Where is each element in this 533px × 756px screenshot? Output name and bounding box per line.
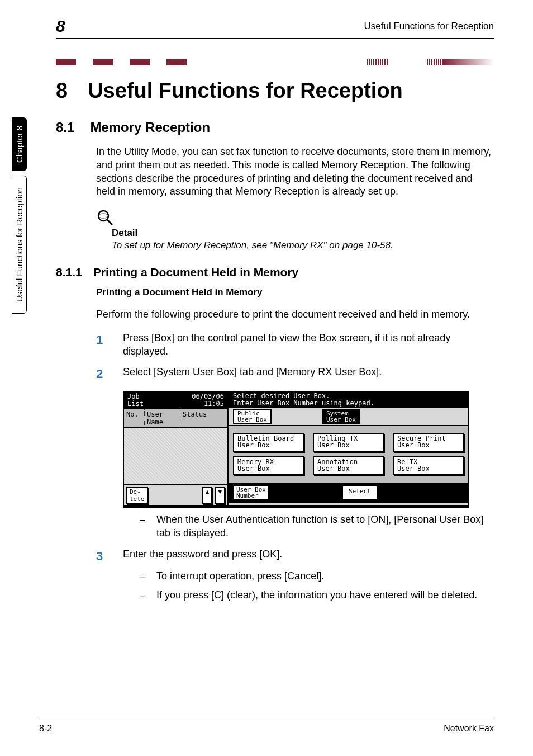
box-polling-tx[interactable]: Polling TX User Box [313, 433, 384, 452]
box-re-tx[interactable]: Re-TX User Box [393, 456, 464, 475]
chapter-title-number: 8 [56, 79, 68, 103]
intro-paragraph: In the Utility Mode, you can set fax fun… [96, 145, 494, 199]
section-number: 8.1 [56, 120, 74, 135]
bullet-dash: – [140, 570, 146, 583]
detail-note: Detail To set up for Memory Reception, s… [96, 209, 494, 251]
header-chapter-number: 8 [56, 17, 65, 36]
scroll-down-button[interactable]: ▼ [215, 487, 225, 504]
footer-doc-title: Network Fax [444, 724, 494, 734]
procedure-title: Printing a Document Held in Memory [96, 287, 494, 298]
datetime-label: 06/03/06 11:05 [192, 393, 224, 407]
subsection-text: Printing a Document Held in Memory [93, 266, 299, 279]
step-2: 2 Select [System User Box] tab and [Memo… [96, 366, 494, 382]
user-box-number-button[interactable]: User Box Number [233, 485, 269, 500]
job-list-label: Job List [127, 393, 144, 407]
section-title: 8.1 Memory Reception [56, 120, 494, 135]
step-2-sub-a: – When the User Authentication function … [140, 513, 494, 540]
step-2-text: Select [System User Box] tab and [Memory… [123, 366, 382, 382]
step-3-sub-a-text: To interrupt operation, press [Cancel]. [156, 570, 324, 583]
procedure-intro: Perform the following procedure to print… [96, 308, 494, 322]
box-memory-rx[interactable]: Memory RX User Box [233, 456, 304, 475]
page-header: 8 Useful Functions for Reception [56, 17, 494, 39]
tab-public-user-box[interactable]: Public User Box [233, 409, 272, 424]
select-button[interactable]: Select [342, 485, 378, 500]
decorative-stripes [56, 59, 494, 65]
bullet-dash: – [140, 513, 146, 540]
step-1: 1 Press [Box] on the control panel to vi… [96, 332, 494, 358]
detail-label: Detail [112, 228, 494, 239]
box-annotation[interactable]: Annotation User Box [313, 456, 384, 475]
side-tab-section: Useful Functions for Reception [12, 176, 27, 314]
svg-point-0 [98, 211, 108, 221]
footer-page-number: 8-2 [39, 724, 52, 734]
page-footer: 8-2 Network Fax [39, 720, 494, 734]
header-running-title: Useful Functions for Reception [364, 21, 494, 32]
step-3-sub-b-text: If you press [C] (clear), the informatio… [156, 589, 477, 602]
detail-text: To set up for Memory Reception, see "Mem… [112, 240, 494, 251]
col-no: No. [124, 409, 145, 427]
job-list-body [124, 428, 227, 484]
magnifier-icon [96, 209, 494, 226]
scroll-up-button[interactable]: ▲ [202, 487, 213, 504]
box-bulletin-board[interactable]: Bulletin Board User Box [233, 433, 304, 452]
step-1-text: Press [Box] on the control panel to view… [123, 332, 494, 358]
step-3-text: Enter the password and press [OK]. [123, 548, 282, 564]
step-1-number: 1 [96, 332, 108, 358]
step-3-sub-a: – To interrupt operation, press [Cancel]… [140, 570, 494, 583]
delete-button[interactable]: De- lete [126, 487, 148, 504]
svg-point-1 [98, 214, 108, 218]
step-3-number: 3 [96, 548, 108, 564]
chapter-title: 8 Useful Functions for Reception [56, 79, 494, 103]
subsection-number: 8.1.1 [56, 266, 82, 279]
step-2-number: 2 [96, 366, 108, 382]
device-screen: Job List 06/03/06 11:05 No. User Name St… [123, 391, 469, 508]
chapter-title-text: Useful Functions for Reception [88, 79, 403, 103]
col-status: Status [180, 409, 227, 427]
bullet-dash: – [140, 589, 146, 602]
col-user: User Name [145, 409, 180, 427]
side-tab-chapter: Chapter 8 [12, 117, 27, 171]
screen-title-line2: Enter User Box Number using keypad. [233, 400, 464, 407]
step-3: 3 Enter the password and press [OK]. [96, 548, 494, 564]
step-2-sub-a-text: When the User Authentication function is… [156, 513, 494, 540]
box-secure-print[interactable]: Secure Print User Box [393, 433, 464, 452]
tab-system-user-box[interactable]: System User Box [322, 409, 360, 424]
svg-line-2 [107, 220, 112, 225]
subsection-title: 8.1.1 Printing a Document Held in Memory [56, 266, 494, 279]
section-text: Memory Reception [90, 120, 210, 135]
step-3-sub-b: – If you press [C] (clear), the informat… [140, 589, 494, 602]
side-tabs: Chapter 8 Useful Functions for Reception [12, 117, 27, 314]
